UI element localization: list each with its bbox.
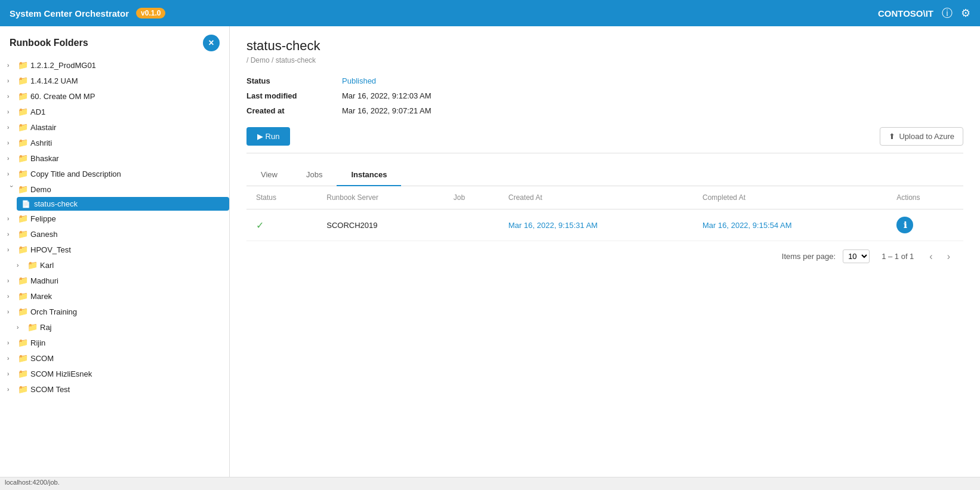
meta-row-status: Status Published [246, 76, 963, 85]
folder-icon: 📁 [18, 60, 28, 70]
header: System Center Orchestrator v0.1.0 CONTOS… [0, 0, 980, 26]
check-icon: ✓ [256, 220, 264, 230]
sidebar-title: Runbook Folders [10, 38, 88, 48]
sidebar-item-demo[interactable]: › 📁 Demo [0, 181, 229, 197]
breadcrumb-separator: / [272, 56, 276, 64]
chevron-icon: › [7, 155, 16, 162]
sidebar-item-ashriti[interactable]: › 📁 Ashriti [0, 135, 229, 150]
folder-icon: 📁 [18, 153, 28, 163]
chevron-icon: › [7, 109, 16, 115]
main-layout: Runbook Folders × › 📁 1.2.1.2_ProdMG01 ›… [0, 26, 980, 477]
sidebar-item-label: SCOM [30, 354, 54, 363]
folder-icon: 📁 [18, 229, 28, 239]
chevron-icon: › [7, 93, 16, 100]
createdat-label: Created at [246, 106, 342, 115]
version-badge: v0.1.0 [136, 8, 165, 19]
sidebar-item-1212[interactable]: › 📁 1.2.1.2_ProdMG01 [0, 57, 229, 73]
lastmodified-label: Last modified [246, 91, 342, 100]
folder-icon: 📁 [18, 307, 28, 316]
sidebar-item-marek[interactable]: › 📁 Marek [0, 288, 229, 304]
sidebar-item-orchtraining[interactable]: › 📁 Orch Training [0, 304, 229, 319]
folder-icon: 📁 [18, 276, 28, 285]
sidebar-item-label: status-check [34, 199, 78, 208]
chevron-icon: › [7, 171, 16, 177]
sidebar-item-label: 1.4.14.2 UAM [30, 76, 78, 85]
sidebar-item-label: Madhuri [30, 276, 58, 285]
sidebar-item-rijin[interactable]: › 📁 Rijin [0, 335, 229, 350]
col-status: Status [246, 186, 317, 209]
folder-icon: 📁 [18, 245, 28, 254]
chevron-icon: › [7, 62, 16, 69]
sidebar-item-raj[interactable]: › 📁 Raj [0, 319, 229, 335]
folder-icon: 📁 [18, 369, 28, 378]
tabs: View Jobs Instances [246, 164, 963, 186]
sidebar-item-label: SCOM Test [30, 385, 70, 394]
tab-instances[interactable]: Instances [337, 164, 401, 186]
tab-jobs[interactable]: Jobs [292, 164, 337, 186]
sidebar-item-statuscheck-wrapper: 📄 status-check [0, 197, 229, 211]
upload-to-azure-button[interactable]: ⬆ Upload to Azure [880, 127, 963, 146]
breadcrumb-current: status-check [276, 56, 316, 64]
chevron-icon: › [7, 124, 16, 131]
col-actions: Actions [887, 186, 963, 209]
header-right: CONTOSO\IT ⓘ ⚙ [878, 6, 970, 20]
meta-row-lastmodified: Last modified Mar 16, 2022, 9:12:03 AM [246, 91, 963, 100]
sidebar-item-60om[interactable]: › 📁 60. Create OM MP [0, 88, 229, 104]
sidebar-item-scom[interactable]: › 📁 SCOM [0, 350, 229, 366]
chevron-icon: › [7, 231, 16, 238]
org-label: CONTOSO\IT [878, 8, 933, 19]
items-per-page-select[interactable]: 10 25 50 [843, 249, 870, 263]
sidebar-item-felippe[interactable]: › 📁 Felippe [0, 211, 229, 226]
settings-icon[interactable]: ⚙ [961, 7, 970, 20]
chevron-icon: › [17, 262, 25, 269]
action-bar: ▶ Run ⬆ Upload to Azure [246, 127, 963, 153]
folder-icon: 📁 [18, 122, 28, 132]
chevron-icon: › [7, 371, 16, 377]
sidebar-item-ad1[interactable]: › 📁 AD1 [0, 104, 229, 119]
createdat-value: Mar 16, 2022, 9:07:21 AM [342, 106, 432, 115]
upload-icon: ⬆ [889, 132, 895, 141]
breadcrumb-demo[interactable]: Demo [251, 56, 270, 64]
sidebar-item-scomtest[interactable]: › 📁 SCOM Test [0, 381, 229, 397]
sidebar-item-statuscheck[interactable]: 📄 status-check [17, 197, 229, 211]
sidebar: Runbook Folders × › 📁 1.2.1.2_ProdMG01 ›… [0, 26, 230, 477]
tab-view[interactable]: View [246, 164, 292, 186]
sidebar-item-scomhizli[interactable]: › 📁 SCOM HizliEsnek [0, 366, 229, 381]
sidebar-item-ganesh[interactable]: › 📁 Ganesh [0, 226, 229, 242]
sidebar-item-1414[interactable]: › 📁 1.4.14.2 UAM [0, 73, 229, 88]
pagination-next-button[interactable]: › [944, 250, 954, 263]
sidebar-item-karl[interactable]: › 📁 Karl [0, 257, 229, 273]
lastmodified-value: Mar 16, 2022, 9:12:03 AM [342, 91, 432, 100]
sidebar-item-alastair[interactable]: › 📁 Alastair [0, 119, 229, 135]
status-value: Published [342, 76, 376, 85]
sidebar-item-hpov[interactable]: › 📁 HPOV_Test [0, 242, 229, 257]
run-button[interactable]: ▶ Run [246, 127, 290, 146]
sidebar-item-madhuri[interactable]: › 📁 Madhuri [0, 273, 229, 288]
sidebar-item-label: Raj [40, 323, 52, 332]
pagination-prev-button[interactable]: ‹ [926, 250, 936, 263]
sidebar-item-label: Ashriti [30, 138, 52, 147]
close-sidebar-button[interactable]: × [203, 35, 220, 51]
chevron-icon: › [7, 140, 16, 146]
chevron-icon: › [7, 78, 16, 84]
table-header-row: Status Runbook Server Job Created At Com… [246, 186, 963, 209]
sidebar-item-label: 1.2.1.2_ProdMG01 [30, 61, 96, 70]
sidebar-item-copytitle[interactable]: › 📁 Copy Title and Description [0, 166, 229, 181]
action-info-button[interactable]: ℹ [896, 217, 913, 233]
sidebar-item-bhaskar[interactable]: › 📁 Bhaskar [0, 150, 229, 166]
app-title: System Center Orchestrator [10, 8, 129, 19]
info-icon[interactable]: ⓘ [942, 6, 953, 20]
pagination: Items per page: 10 25 50 1 – 1 of 1 ‹ › [246, 244, 963, 269]
sidebar-item-label: Demo [30, 185, 51, 194]
folder-icon: 📁 [18, 169, 28, 178]
sidebar-item-label: Alastair [30, 123, 56, 132]
cell-status: ✓ [246, 209, 317, 241]
cell-createdat: Mar 16, 2022, 9:15:31 AM [499, 209, 693, 241]
meta-row-createdat: Created at Mar 16, 2022, 9:07:21 AM [246, 106, 963, 115]
items-per-page-label: Items per page: [782, 252, 836, 261]
folder-icon: 📁 [18, 107, 28, 116]
sidebar-item-label: Bhaskar [30, 154, 59, 163]
folder-icon: 📁 [27, 260, 38, 270]
sidebar-list: › 📁 1.2.1.2_ProdMG01 › 📁 1.4.14.2 UAM › … [0, 57, 229, 477]
sidebar-item-label: Marek [30, 292, 52, 301]
